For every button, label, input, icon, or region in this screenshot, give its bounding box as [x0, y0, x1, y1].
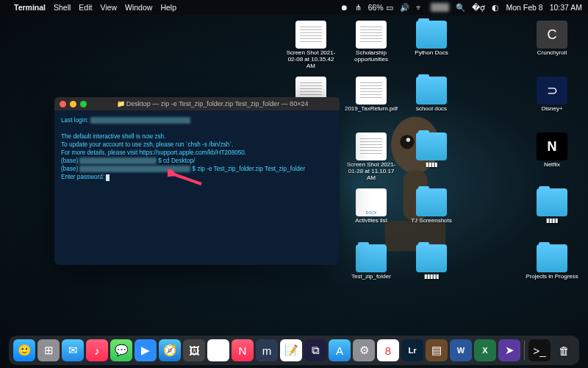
- menu-window[interactable]: Window: [125, 3, 152, 12]
- desktop-item-label: ▮▮▮▮: [546, 218, 558, 224]
- desktop-item[interactable]: TJ Screenshots: [403, 188, 460, 243]
- dock-sysprefs[interactable]: ⚙: [353, 339, 375, 361]
- control-center-icon[interactable]: �ợ: [472, 3, 485, 12]
- desktop-item-label: ▮▮▮▮▮: [424, 274, 439, 280]
- folder-icon: 📁: [117, 100, 125, 107]
- desktop-item-label: Scholarship opportunities: [343, 50, 399, 63]
- pdf-icon: [356, 77, 387, 105]
- terminal-window[interactable]: 📁 Desktop — zip -e Test_zip_folder.zip T…: [54, 97, 340, 265]
- folder-icon: [416, 244, 447, 272]
- desktop-item-label: Test_zip_folder: [351, 274, 391, 280]
- dock-chrome[interactable]: ◉: [207, 339, 229, 361]
- desktop-item[interactable]: school docs: [403, 77, 460, 131]
- folder-icon: [416, 188, 447, 216]
- desktop-item-label: Netflix: [544, 162, 560, 169]
- desktop-item-label: Python Docs: [415, 50, 448, 57]
- dock-music[interactable]: ♪: [86, 339, 108, 361]
- siri-icon[interactable]: ◐: [492, 3, 499, 12]
- desktop-item[interactable]: Projects in Progress: [523, 244, 581, 299]
- menu-shell[interactable]: Shell: [54, 3, 71, 12]
- desktop-item[interactable]: Test_zip_folder: [343, 244, 400, 299]
- term-line: To update your account to use zsh, pleas…: [61, 141, 233, 148]
- dock-musescore[interactable]: m: [256, 339, 278, 361]
- document-icon: [356, 21, 387, 49]
- desktop-item-label: Projects in Progress: [526, 274, 578, 280]
- desktop-item-label: ▮▮▮▮: [426, 162, 437, 169]
- desktop-item[interactable]: Python Docs: [403, 21, 460, 75]
- desktop-item[interactable]: Screen Shot 2021-02-08 at 10.35.42 AM: [282, 21, 340, 75]
- document-icon: [295, 21, 326, 49]
- desktop-item[interactable]: NNetflix: [523, 132, 581, 187]
- menu-view[interactable]: View: [100, 3, 117, 12]
- zoom-icon[interactable]: [80, 101, 87, 107]
- terminal-titlebar[interactable]: 📁 Desktop — zip -e Test_zip_folder.zip T…: [54, 97, 340, 110]
- screenrec-icon[interactable]: ⏺: [340, 3, 348, 12]
- desktop-item-label: Disney+: [541, 106, 562, 113]
- dock-excel[interactable]: X: [474, 339, 496, 361]
- desktop-item[interactable]: ▮▮▮▮: [403, 132, 460, 187]
- desktop-item-label: school docs: [416, 106, 447, 113]
- dock-lightroom[interactable]: Lr: [401, 339, 423, 361]
- dock-calendar[interactable]: 8: [377, 339, 399, 361]
- menubar: Terminal Shell Edit View Window Help ⏺ ⋔…: [0, 0, 588, 15]
- dock-launchpad[interactable]: ⊞: [37, 339, 60, 361]
- search-icon[interactable]: 🔍: [456, 3, 465, 13]
- dock-app2[interactable]: ➤: [498, 339, 520, 361]
- term-blur: ██████████████████████████: [79, 166, 190, 172]
- dock-vscode[interactable]: ⧉: [304, 339, 326, 361]
- status-blur: xxx: [431, 3, 450, 12]
- desktop: Terminal Shell Edit View Window Help ⏺ ⋔…: [0, 0, 588, 368]
- menu-help[interactable]: Help: [160, 3, 176, 12]
- app-icon: C: [537, 21, 567, 49]
- dock-terminal[interactable]: >_: [528, 339, 551, 361]
- dock-messages[interactable]: 💬: [110, 339, 132, 361]
- dock-notes[interactable]: 📝: [280, 339, 302, 361]
- menubar-date[interactable]: Mon Feb 8: [506, 3, 542, 12]
- battery-icon[interactable]: ▭: [386, 3, 393, 12]
- dock-safari[interactable]: 🧭: [159, 339, 181, 361]
- menu-edit[interactable]: Edit: [79, 3, 92, 12]
- desktop-item[interactable]: ▮▮▮▮▮: [403, 244, 460, 299]
- menubar-time[interactable]: 10:37 AM: [550, 3, 582, 12]
- wifi-icon[interactable]: ᯤ: [416, 3, 424, 12]
- docx-icon: [356, 188, 387, 216]
- term-line: (base): [61, 158, 79, 164]
- desktop-item-label: Activities list: [355, 218, 387, 224]
- desktop-item[interactable]: Screen Shot 2021-01-28 at 11.10.17 AM: [343, 132, 400, 187]
- term-line: (base): [61, 166, 79, 172]
- desktop-item[interactable]: 2019_TaxReturn.pdf: [343, 77, 400, 131]
- dock-appstore[interactable]: A: [329, 339, 351, 361]
- desktop-item[interactable]: ▮▮▮▮: [523, 188, 581, 243]
- close-icon[interactable]: [60, 101, 66, 107]
- minimize-icon[interactable]: [70, 101, 76, 107]
- dock-news[interactable]: N: [232, 339, 254, 361]
- folder-icon: [416, 21, 447, 49]
- desktop-item-label: Screen Shot 2021-01-28 at 11.10.17 AM: [343, 162, 399, 181]
- desktop-item[interactable]: Activities list: [343, 188, 400, 243]
- app-icon: ⊃: [537, 77, 567, 105]
- volume-icon[interactable]: 🔊: [400, 3, 409, 13]
- dock-trash[interactable]: 🗑: [553, 339, 575, 361]
- status-icon[interactable]: ⋔: [355, 3, 362, 12]
- dock-zoom[interactable]: ▶: [135, 339, 157, 361]
- cursor-icon: [106, 174, 110, 181]
- dock-mail[interactable]: ✉: [62, 339, 84, 361]
- folder-icon: [416, 132, 447, 160]
- folder-icon: [416, 77, 447, 105]
- desktop-item-label: 2019_TaxReturn.pdf: [345, 106, 398, 113]
- desktop-item[interactable]: CCrunchyroll: [523, 21, 581, 75]
- dock-preview[interactable]: 🖼: [183, 339, 205, 361]
- desktop-item-label: TJ Screenshots: [411, 218, 452, 224]
- dock-word[interactable]: W: [450, 339, 472, 361]
- desktop-item[interactable]: Scholarship opportunities: [343, 21, 400, 75]
- desktop-item[interactable]: ⊃Disney+: [523, 77, 581, 131]
- battery-percent: 66%: [368, 3, 384, 12]
- dock-app1[interactable]: ▤: [426, 339, 448, 361]
- terminal-title: Desktop — zip -e Test_zip_folder.zip Tes…: [126, 100, 309, 107]
- dock-finder[interactable]: 🙂: [13, 339, 35, 361]
- dock-separator: [524, 341, 525, 360]
- term-line: $ cd Desktop/: [157, 158, 195, 164]
- desktop-item-label: Screen Shot 2021-02-08 at 10.35.42 AM: [283, 50, 339, 69]
- terminal-body[interactable]: Last login: ████ ███ █ ██████ ████████ T…: [54, 110, 340, 188]
- app-menu[interactable]: Terminal: [14, 3, 46, 12]
